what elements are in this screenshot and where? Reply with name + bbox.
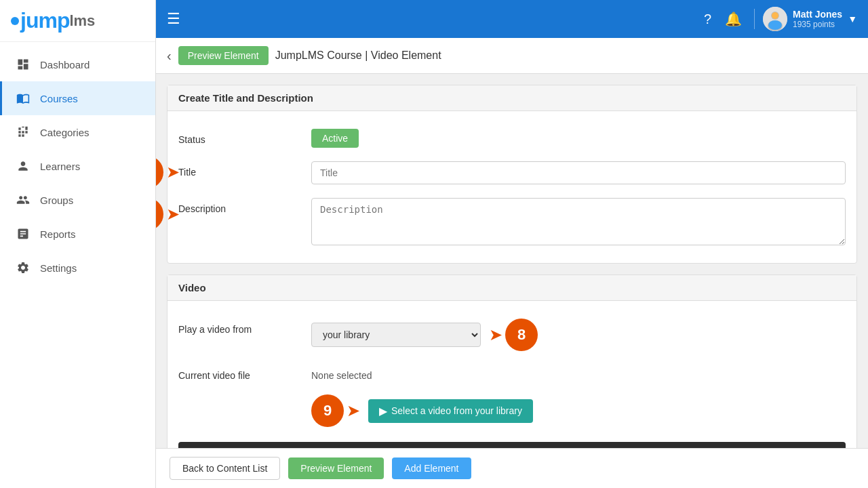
logo-lms: lms (69, 12, 95, 30)
title-row: Title 7 ➤ (178, 155, 846, 191)
sidebar-item-categories-label: Categories (40, 127, 90, 138)
logo: jump lms (0, 0, 155, 42)
status-label: Status (178, 129, 300, 145)
topbar-divider (754, 9, 755, 29)
sidebar-nav: Dashboard Courses Categories Learners Gr (0, 42, 155, 488)
description-control: 7 ➤ (311, 198, 846, 245)
back-to-content-button[interactable]: Back to Content List (170, 457, 280, 480)
current-video-control: None selected (311, 365, 846, 381)
bell-icon[interactable]: 🔔 (721, 7, 746, 31)
breadcrumb: JumpLMS Course | Video Element (275, 49, 441, 62)
breadcrumb-page: Video Element (371, 49, 441, 61)
dashboard-icon (16, 57, 31, 72)
user-points: 1935 points (793, 20, 842, 29)
none-selected-text: None selected (311, 365, 846, 381)
title-control: 7 ➤ (311, 161, 846, 184)
user-menu[interactable]: Matt Jones 1935 points ▼ (763, 7, 857, 31)
video-section: Video Play a video from your library ➤ 8 (167, 274, 857, 448)
breadcrumb-course: JumpLMS Course (275, 49, 362, 61)
user-info: Matt Jones 1935 points (793, 9, 842, 29)
play-from-label: Play a video from (178, 319, 300, 335)
status-row: Status Active (178, 122, 846, 155)
sidebar-item-settings-label: Settings (40, 262, 77, 274)
description-input[interactable] (311, 198, 846, 245)
content-area: Create Title and Description Status Acti… (156, 74, 868, 448)
current-video-row: Current video file None selected (178, 358, 846, 388)
breadcrumb-bar: ‹ Preview Element JumpLMS Course | Video… (156, 38, 868, 74)
settings-icon (16, 260, 31, 275)
topbar-left: ☰ (167, 10, 180, 28)
play-from-row: Play a video from your library ➤ 8 (178, 312, 846, 358)
select-video-icon: ▶ (379, 405, 387, 418)
description-row: Description 7 ➤ (178, 191, 846, 252)
bottom-bar: Back to Content List Preview Element Add… (156, 448, 868, 488)
annotation-7-title: 7 (156, 156, 163, 188)
svg-point-3 (772, 12, 778, 19)
topbar-right: ? 🔔 Matt Jones 1935 points ▼ (700, 7, 857, 31)
description-label: Description (178, 198, 300, 214)
create-title-body: Status Active Title 7 ➤ (167, 111, 856, 263)
title-label: Title (178, 161, 300, 178)
sidebar-item-learners-label: Learners (40, 161, 80, 172)
sidebar-item-reports-label: Reports (40, 228, 76, 240)
logo-jump: jump (20, 8, 69, 33)
svg-point-4 (768, 20, 782, 30)
topbar: ☰ ? 🔔 Matt Jones 1935 points (156, 0, 868, 38)
play-from-control: your library ➤ 8 (311, 319, 846, 351)
user-name: Matt Jones (793, 9, 842, 20)
reports-icon (16, 226, 31, 241)
main-area: ☰ ? 🔔 Matt Jones 1935 points (156, 0, 868, 488)
groups-icon (16, 192, 31, 207)
preview-element-button[interactable]: Preview Element (288, 458, 384, 479)
status-control: Active (311, 129, 846, 148)
add-element-button[interactable]: Add Element (392, 458, 471, 479)
annotation-8: 8 (505, 319, 538, 351)
title-input[interactable] (311, 161, 846, 184)
video-preview-area (178, 442, 846, 448)
chevron-down-icon: ▼ (848, 14, 857, 24)
select-video-label: Select a video from your library (391, 405, 522, 416)
sidebar-item-groups-label: Groups (40, 195, 73, 206)
status-badge: Active (311, 129, 359, 148)
help-icon[interactable]: ? (700, 7, 715, 31)
sidebar-item-courses-label: Courses (40, 93, 78, 104)
sidebar-item-reports[interactable]: Reports (0, 217, 155, 251)
play-from-select[interactable]: your library (311, 323, 481, 347)
breadcrumb-separator: | (365, 49, 371, 61)
video-header: Video (167, 275, 856, 301)
categories-icon (16, 125, 31, 140)
avatar (763, 7, 787, 31)
sidebar-item-courses[interactable]: Courses (0, 81, 155, 115)
current-video-label: Current video file (178, 365, 300, 381)
annotation-7-desc: 7 (156, 198, 163, 230)
select-video-control: 9 ➤ ▶ Select a video from your library (311, 394, 846, 427)
select-video-row: 9 ➤ ▶ Select a video from your library (178, 388, 846, 434)
back-arrow-icon[interactable]: ‹ (167, 48, 172, 64)
courses-icon (16, 91, 31, 106)
sidebar: jump lms Dashboard Courses Categories (0, 0, 156, 488)
create-title-header: Create Title and Description (167, 85, 856, 111)
sidebar-item-learners[interactable]: Learners (0, 149, 155, 183)
select-video-button[interactable]: ▶ Select a video from your library (368, 399, 533, 423)
learners-icon (16, 159, 31, 174)
sidebar-item-groups[interactable]: Groups (0, 183, 155, 217)
sidebar-item-dashboard[interactable]: Dashboard (0, 47, 155, 81)
sidebar-item-categories[interactable]: Categories (0, 115, 155, 149)
breadcrumb-preview-button[interactable]: Preview Element (178, 46, 269, 65)
sidebar-item-dashboard-label: Dashboard (40, 59, 90, 70)
create-title-section: Create Title and Description Status Acti… (167, 85, 857, 264)
sidebar-item-settings[interactable]: Settings (0, 251, 155, 285)
select-video-spacer (178, 394, 300, 400)
hamburger-icon[interactable]: ☰ (167, 10, 180, 28)
logo-dot (11, 17, 19, 25)
video-body: Play a video from your library ➤ 8 (167, 301, 856, 448)
annotation-9: 9 (311, 394, 344, 427)
